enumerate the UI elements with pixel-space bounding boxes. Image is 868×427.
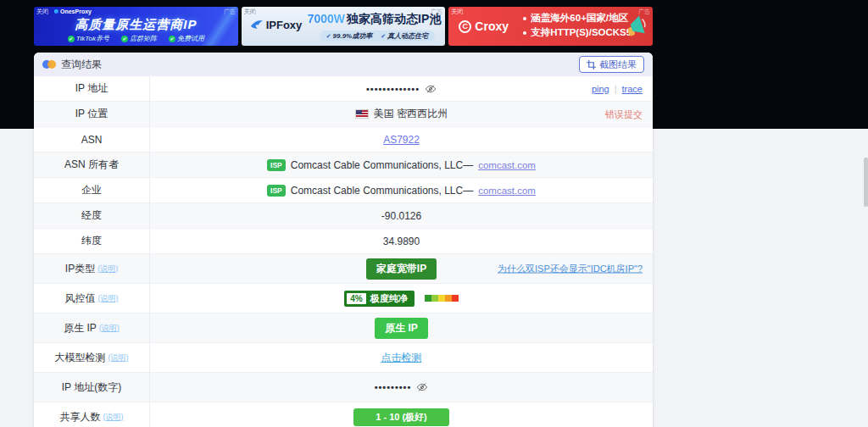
longitude-value: -90.0126 [381, 210, 421, 222]
bullet-item: 支持HTTP(S)/SOCKS5 [523, 26, 632, 39]
ad-banner-ipfoxy[interactable]: 关闭 广告 IPFoxy 7000W独家高筛动态IP池 ✔99.9%成功率 ✔真… [242, 7, 446, 46]
ad-close-button[interactable]: 关闭 [36, 8, 48, 16]
row-label: 大模型检测 [55, 351, 106, 365]
table-row-ip-type: IP类型 (说明) 家庭宽带IP 为什么双ISP还会显示"IDC机房IP"? [34, 254, 653, 284]
table-row-asn-owner: ASN 所有者 ISP Comcast Cable Communications… [34, 152, 653, 178]
row-label: IP 地址(数字) [34, 373, 150, 402]
row-label: IP类型 [65, 262, 95, 276]
hint-link[interactable]: (说明) [103, 412, 124, 423]
table-row-enterprise: 企业 ISP Comcast Cable Communications, LLC… [34, 178, 653, 203]
masked-ip-value: ••••••••••••• [366, 84, 420, 94]
risk-percent: 4% [347, 293, 365, 304]
eye-off-icon[interactable] [425, 83, 437, 95]
ad-banner-croxy[interactable]: 关闭 广告 C Croxy 涵盖海外60+国家/地区 支持HTTP(S)/SOC… [448, 7, 653, 46]
ad-tag-label: 广告 [638, 8, 650, 16]
hint-link[interactable]: (说明) [99, 323, 120, 334]
croxy-bullets: 涵盖海外60+国家/地区 支持HTTP(S)/SOCKS5 [523, 12, 632, 39]
row-label: 企业 [34, 178, 150, 202]
location-value: 美国 密西西比州 [374, 107, 448, 121]
card-header: 查询结果 截图结果 [34, 53, 653, 76]
ping-link[interactable]: ping [592, 84, 609, 94]
result-venn-icon [42, 60, 56, 69]
table-row-latitude: 纬度 34.9890 [34, 229, 653, 254]
bullet-dot [523, 31, 526, 35]
row-label: ASN 所有者 [34, 152, 150, 177]
check-icon: ✔ [121, 36, 128, 42]
ad-close-button[interactable]: 关闭 [451, 8, 463, 16]
screenshot-result-button[interactable]: 截图结果 [579, 56, 644, 73]
scrollbar-thumb[interactable] [864, 158, 868, 207]
check-icon: ✔ [169, 36, 175, 42]
trace-link[interactable]: trace [622, 84, 643, 94]
ipfoxy-title: 7000W独家高筛动态IP池 [308, 12, 442, 27]
company-name: Comcast Cable Communications, LLC— [291, 185, 473, 197]
row-label: IP 位置 [34, 102, 150, 126]
ad-tag-label: 广告 [224, 8, 236, 16]
crop-icon [587, 60, 596, 69]
error-submit-link[interactable]: 错误提交 [605, 108, 643, 120]
ad-banner-onesproxy[interactable]: 关闭 广告 OnesProxy 高质量原生运营商IP ✔TikTok养号 ✔店群… [34, 7, 238, 46]
us-flag-icon [355, 109, 369, 119]
click-detect-link[interactable]: 点击检测 [381, 351, 422, 365]
risk-score-badge: 4% 极度纯净 [344, 291, 414, 307]
company-domain-link[interactable]: comcast.com [478, 160, 536, 170]
row-label: ASN [34, 127, 150, 152]
feature-item: ✔TikTok养号 [68, 34, 109, 43]
ipfoxy-brand: IPFoxy [250, 19, 303, 31]
ipfoxy-features: ✔99.9%成功率 ✔真人动态住宅 [320, 30, 435, 42]
hint-link[interactable]: (说明) [98, 293, 119, 304]
latitude-value: 34.9890 [383, 236, 420, 247]
table-row-ip: IP 地址 ••••••••••••• ping | trace [34, 76, 653, 102]
bullet-item: 涵盖海外60+国家/地区 [523, 12, 632, 25]
feature-item: ✔99.9%成功率 [326, 31, 373, 41]
query-result-card: 查询结果 截图结果 IP 地址 ••••••••••••• [34, 53, 653, 427]
row-label: IP 地址 [34, 76, 150, 101]
table-row-shared-users: 共享人数 (说明) 1 - 10 (极好) [34, 402, 653, 427]
onesproxy-logo-icon [54, 9, 58, 14]
croxy-brand-name: Croxy [475, 19, 509, 33]
masked-ip-number-value: ••••••••• [375, 382, 412, 392]
eye-off-icon[interactable] [416, 381, 428, 393]
table-row-asn: ASN AS7922 [34, 127, 653, 152]
onesproxy-title: 高质量原生运营商IP [34, 17, 238, 33]
risk-color-scale [425, 295, 459, 302]
onesproxy-brand-name: OnesProxy [60, 8, 92, 14]
result-table: IP 地址 ••••••••••••• ping | trace [34, 76, 653, 427]
card-title: 查询结果 [61, 58, 102, 72]
check-icon: ✔ [68, 36, 75, 42]
risk-status: 极度纯净 [370, 292, 412, 305]
row-label: 风控值 [65, 291, 96, 306]
onesproxy-features: ✔TikTok养号 ✔店群矩阵 ✔免费试用 [34, 34, 238, 43]
asn-link[interactable]: AS7922 [383, 134, 420, 146]
feature-item: ✔店群矩阵 [121, 34, 157, 43]
isp-badge: ISP [267, 159, 286, 171]
table-row-llm-detect: 大模型检测 (说明) 点击检测 [34, 343, 653, 373]
table-row-risk: 风控值 (说明) 4% 极度纯净 [34, 284, 653, 313]
hint-link[interactable]: (说明) [97, 263, 118, 274]
shared-users-badge: 1 - 10 (极好) [353, 408, 449, 426]
feature-item: ✔真人动态住宅 [381, 31, 428, 41]
table-row-longitude: 经度 -90.0126 [34, 203, 653, 229]
link-separator: | [615, 84, 617, 94]
check-icon: ✔ [326, 33, 331, 40]
why-idc-link[interactable]: 为什么双ISP还会显示"IDC机房IP"? [498, 263, 643, 275]
table-row-native-ip: 原生 IP (说明) 原生 IP [34, 313, 653, 343]
feature-item: ✔免费试用 [169, 34, 204, 43]
row-label: 经度 [34, 203, 150, 228]
ipfoxy-logo-icon [250, 19, 264, 31]
company-name: Comcast Cable Communications, LLC— [291, 159, 473, 171]
bullet-dot [523, 17, 526, 20]
hint-link[interactable]: (说明) [108, 352, 129, 363]
company-domain-link[interactable]: comcast.com [478, 186, 536, 196]
table-row-ip-number: IP 地址(数字) ••••••••• [34, 373, 653, 402]
ad-close-button[interactable]: 关闭 [244, 8, 256, 16]
check-icon: ✔ [381, 33, 386, 40]
ipfoxy-brand-name: IPFoxy [266, 19, 303, 31]
table-row-location: IP 位置 美国 密西西比州 错误提交 [34, 102, 653, 127]
megaphone-icon [624, 14, 649, 41]
croxy-brand: C Croxy [459, 19, 509, 33]
isp-badge: ISP [267, 185, 286, 197]
ad-banner-strip: 关闭 广告 OnesProxy 高质量原生运营商IP ✔TikTok养号 ✔店群… [34, 7, 653, 46]
row-label: 纬度 [34, 229, 150, 253]
ip-type-badge: 家庭宽带IP [366, 258, 437, 280]
